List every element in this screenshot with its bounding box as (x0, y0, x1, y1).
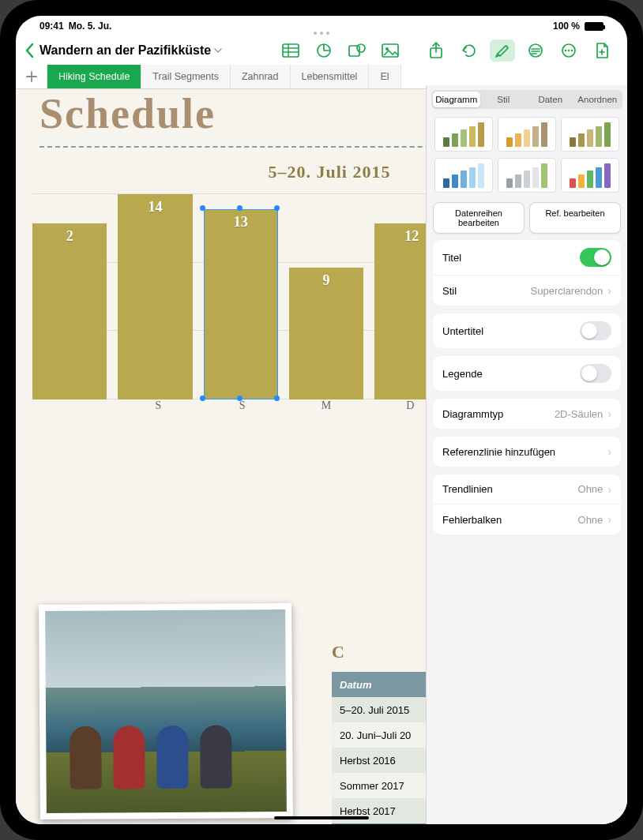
style-row[interactable]: Stil Superclarendon› (433, 276, 621, 306)
status-bar: 09:41 Mo. 5. Ju. 100 % (16, 16, 627, 33)
x-axis-label (32, 399, 116, 420)
chart-bar[interactable]: 2 (32, 223, 107, 399)
chart-bar[interactable]: 13 (204, 209, 278, 399)
status-time: 09:41 (39, 21, 64, 32)
chart-style-thumbnail[interactable] (561, 117, 619, 152)
sheet-tab[interactable]: Hiking Schedule (47, 65, 141, 88)
title-switch[interactable] (580, 248, 611, 267)
legend-label: Legende (442, 368, 483, 380)
insert-table-icon[interactable] (278, 39, 303, 62)
subtitle-row[interactable]: Untertitel (433, 313, 621, 348)
chart-bar[interactable]: 9 (289, 268, 363, 399)
subtitle-label: Untertitel (442, 325, 483, 337)
new-sheet-icon[interactable] (589, 39, 615, 62)
trendlines-label: Trendlinien (442, 483, 493, 495)
trendlines-value: Ohne (578, 483, 604, 495)
home-indicator[interactable] (274, 816, 369, 819)
chart-style-thumbnail[interactable] (434, 117, 493, 152)
sheet-tab[interactable]: El (369, 65, 400, 88)
chart-style-thumbnail[interactable] (561, 158, 619, 193)
inspector-tab-data[interactable]: Daten (527, 92, 574, 107)
status-date: Mo. 5. Ju. (69, 21, 112, 32)
style-label: Stil (442, 285, 457, 297)
chart-style-thumbnail[interactable] (498, 117, 556, 152)
chevron-right-icon: › (607, 445, 611, 458)
inspector-tabs: Diagramm Stil Daten Anordnen (431, 90, 622, 109)
edit-series-button[interactable]: Datenreihen bearbeiten (433, 202, 525, 234)
chevron-down-icon[interactable] (214, 48, 222, 53)
errorbars-row[interactable]: Fehlerbalken Ohne› (433, 504, 621, 534)
photo[interactable] (39, 603, 293, 819)
doc-title[interactable]: Wandern an der Pazifikküste (39, 43, 211, 58)
sheet-tab[interactable]: Lebensmittel (291, 65, 370, 88)
addref-label: Referenzlinie hinzufügen (442, 446, 555, 458)
charttype-value: 2D-Säulen (555, 408, 603, 420)
x-axis-label: S (201, 399, 284, 420)
chart-bar[interactable]: 14 (118, 194, 192, 399)
inspector-tab-arrange[interactable]: Anordnen (574, 92, 622, 107)
bar-value-label: 9 (289, 272, 363, 289)
share-icon[interactable] (423, 39, 449, 62)
title-label: Titel (442, 252, 461, 264)
inspector-tab-chart[interactable]: Diagramm (433, 92, 480, 107)
inspector-tab-style[interactable]: Stil (480, 92, 528, 107)
chevron-right-icon: › (607, 483, 611, 496)
errorbars-value: Ohne (578, 514, 604, 526)
chevron-right-icon: › (607, 284, 611, 297)
back-button[interactable] (24, 43, 35, 58)
chart-style-thumbnails (427, 115, 627, 201)
errorbars-label: Fehlerbalken (442, 514, 502, 526)
legend-row[interactable]: Legende (433, 356, 621, 391)
addref-row[interactable]: Referenzlinie hinzufügen › (433, 437, 621, 467)
undo-icon[interactable] (457, 39, 482, 62)
trendlines-row[interactable]: Trendlinien Ohne› (433, 474, 621, 504)
battery-icon (585, 22, 604, 31)
title-row[interactable]: Titel (433, 240, 621, 276)
screen: 09:41 Mo. 5. Ju. 100 % Wandern an der Pa… (16, 16, 627, 824)
format-brush-icon[interactable] (490, 39, 515, 62)
svg-rect-0 (283, 44, 299, 57)
insert-chart-icon[interactable] (311, 39, 337, 62)
format-inspector: Diagramm Stil Daten Anordnen Datenreihen… (426, 85, 627, 824)
edit-references-button[interactable]: Ref. bearbeiten (529, 202, 621, 234)
add-sheet-button[interactable] (16, 65, 47, 88)
style-value: Superclarendon (531, 285, 604, 297)
bar-value-label: 13 (204, 214, 278, 231)
organize-icon[interactable] (523, 39, 548, 62)
bar-value-label: 14 (118, 199, 192, 216)
bar-value-label: 2 (32, 228, 107, 245)
sheet-tab[interactable]: Zahnrad (231, 65, 291, 88)
svg-point-11 (571, 50, 573, 52)
charttype-label: Diagrammtyp (442, 408, 503, 420)
chart-style-thumbnail[interactable] (498, 158, 556, 193)
sheet-tab[interactable]: Trail Segments (141, 65, 231, 88)
subtitle-switch[interactable] (580, 321, 611, 340)
app-toolbar: Wandern an der Pazifikküste (16, 36, 627, 65)
more-icon[interactable] (556, 39, 581, 62)
svg-point-7 (529, 44, 542, 57)
chevron-right-icon: › (607, 513, 611, 526)
photo-image (45, 609, 287, 813)
insert-shape-icon[interactable] (344, 39, 370, 62)
charttype-row[interactable]: Diagrammtyp 2D-Säulen› (433, 399, 621, 429)
status-battery: 100 % (553, 21, 580, 32)
legend-switch[interactable] (580, 364, 611, 383)
x-axis-label: S (116, 399, 200, 420)
svg-point-3 (357, 44, 365, 52)
insert-media-icon[interactable] (378, 39, 403, 62)
svg-point-9 (565, 50, 567, 52)
x-axis-label: M (284, 399, 368, 420)
chart-style-thumbnail[interactable] (434, 158, 493, 193)
chevron-right-icon: › (607, 407, 611, 420)
svg-point-10 (568, 50, 570, 52)
